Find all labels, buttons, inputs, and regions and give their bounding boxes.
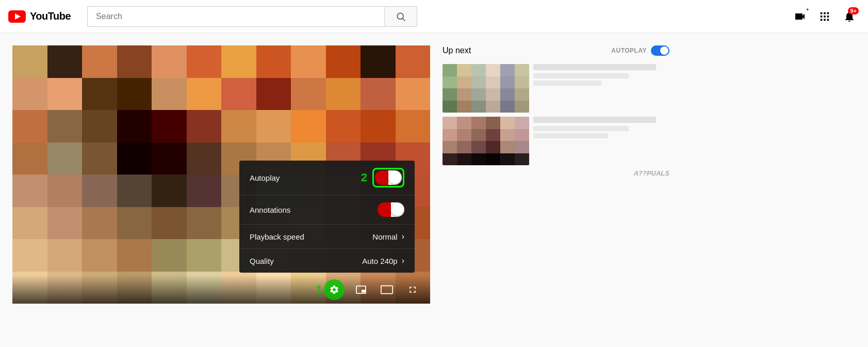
camera-icon xyxy=(794,10,806,23)
apps-button[interactable] xyxy=(814,6,835,27)
quality-current: Auto 240p xyxy=(362,257,397,265)
create-video-button[interactable]: + xyxy=(790,6,810,27)
sidebar-thumbnail-2 xyxy=(443,117,529,165)
header: YouTube + 9+ xyxy=(0,0,868,33)
svg-rect-11 xyxy=(824,19,826,21)
miniplayer-button[interactable] xyxy=(352,280,370,299)
theater-icon xyxy=(381,285,393,294)
notifications-button[interactable]: 9+ xyxy=(839,6,860,27)
video-section: Autoplay 2 Annotations xyxy=(12,45,430,304)
autoplay-toggle-highlight xyxy=(372,168,404,187)
sidebar-card-2-meta xyxy=(533,133,608,138)
miniplayer-icon xyxy=(355,285,367,294)
svg-rect-4 xyxy=(821,12,823,14)
svg-rect-15 xyxy=(381,286,392,293)
youtube-logo-text: YouTube xyxy=(30,10,71,22)
playback-speed-chevron: › xyxy=(402,232,404,241)
annotations-toggle[interactable] xyxy=(378,202,404,217)
sidebar-card-1-meta xyxy=(533,81,601,86)
svg-rect-6 xyxy=(827,12,829,14)
sidebar: Up next AUTOPLAY xyxy=(443,45,669,304)
playback-speed-value: Normal › xyxy=(372,232,404,241)
video-container: Autoplay 2 Annotations xyxy=(12,45,430,304)
autoplay-header-label: AUTOPLAY xyxy=(611,47,647,54)
main-content: Autoplay 2 Annotations xyxy=(0,33,868,304)
playback-speed-row[interactable]: Playback speed Normal › xyxy=(239,225,415,249)
up-next-header: Up next AUTOPLAY xyxy=(443,45,669,56)
annotations-row[interactable]: Annotations xyxy=(239,195,415,225)
sidebar-card-1-title xyxy=(533,64,656,70)
watermark-text: A??PUALS xyxy=(634,169,669,177)
youtube-logo-icon xyxy=(8,10,26,23)
svg-rect-9 xyxy=(827,15,829,18)
quality-value: Auto 240p › xyxy=(362,256,404,265)
svg-rect-14 xyxy=(362,290,365,292)
theater-mode-button[interactable] xyxy=(378,280,396,299)
quality-row[interactable]: Quality Auto 240p › xyxy=(239,249,415,273)
svg-rect-7 xyxy=(821,15,823,18)
step-2-number: 2 xyxy=(361,171,367,184)
svg-rect-10 xyxy=(821,19,823,21)
logo-area[interactable]: YouTube xyxy=(8,10,71,23)
sidebar-card-2-info xyxy=(533,117,669,165)
apps-icon xyxy=(819,11,830,22)
autoplay-row[interactable]: Autoplay 2 xyxy=(239,161,415,195)
header-right: + 9+ xyxy=(790,6,860,27)
playback-speed-current: Normal xyxy=(372,232,397,241)
autoplay-header-area: AUTOPLAY xyxy=(611,45,669,56)
quality-label: Quality xyxy=(250,257,274,265)
search-icon xyxy=(396,11,406,22)
svg-rect-8 xyxy=(824,15,826,18)
annotations-label: Annotations xyxy=(250,206,290,214)
sidebar-card-2[interactable] xyxy=(443,117,669,165)
fullscreen-icon xyxy=(407,285,418,295)
svg-rect-5 xyxy=(824,12,826,14)
svg-rect-12 xyxy=(827,19,829,21)
sidebar-card-1-sub xyxy=(533,73,629,78)
settings-menu: Autoplay 2 Annotations xyxy=(239,161,415,273)
sidebar-autoplay-knob xyxy=(660,46,668,55)
gear-btn-area: 1 xyxy=(316,279,345,300)
sidebar-card-2-title xyxy=(533,117,656,123)
up-next-title: Up next xyxy=(443,46,471,55)
autoplay-toggle-knob xyxy=(388,171,401,184)
svg-point-2 xyxy=(397,13,403,19)
right-controls: 1 xyxy=(316,279,422,300)
settings-gear-button[interactable] xyxy=(324,279,345,300)
annotations-toggle-knob xyxy=(391,203,403,216)
autoplay-toggle[interactable] xyxy=(375,170,402,185)
search-input[interactable] xyxy=(87,6,384,27)
notification-badge: 9+ xyxy=(848,7,859,14)
sidebar-thumbnail-1 xyxy=(443,64,529,113)
fullscreen-button[interactable] xyxy=(403,280,422,299)
search-button[interactable] xyxy=(384,6,417,27)
sidebar-card-2-sub xyxy=(533,126,629,131)
search-area xyxy=(87,6,417,27)
quality-chevron: › xyxy=(402,256,404,265)
svg-line-3 xyxy=(403,18,405,21)
playback-speed-label: Playback speed xyxy=(250,232,304,241)
gear-icon xyxy=(329,285,339,295)
autoplay-label: Autoplay xyxy=(250,174,280,182)
video-controls: 1 xyxy=(12,275,430,304)
autoplay-controls: 2 xyxy=(361,168,404,187)
step-1-number: 1 xyxy=(316,283,322,295)
sidebar-autoplay-toggle[interactable] xyxy=(651,45,669,56)
sidebar-card-1-info xyxy=(533,64,669,113)
sidebar-card-1[interactable] xyxy=(443,64,669,113)
